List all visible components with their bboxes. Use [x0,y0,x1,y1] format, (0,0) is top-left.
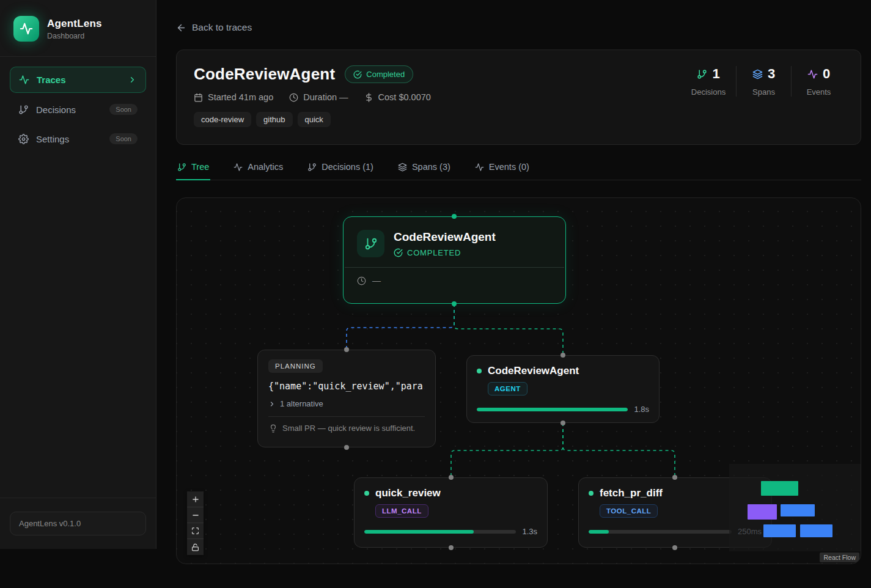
span-type-badge: LLM_CALL [375,504,428,518]
tab-spans[interactable]: Spans (3) [397,162,452,180]
gear-icon [18,134,29,144]
clock-icon [357,276,366,285]
fit-view-button[interactable] [187,523,204,539]
lock-toggle-button[interactable] [187,539,204,555]
sidebar-item-settings[interactable]: Settings Soon [10,126,146,152]
soon-badge: Soon [109,104,138,115]
soon-badge: Soon [109,133,138,144]
tab-tree[interactable]: Tree [176,162,210,180]
handle-llm-top [449,475,454,480]
node-title: quick_review [375,487,441,499]
tag: github [256,112,292,127]
status-dot [364,491,369,496]
check-circle-icon [353,70,362,79]
activity-icon [19,75,29,85]
sidebar-item-traces[interactable]: Traces [10,67,146,93]
git-branch-icon [307,163,317,172]
back-to-traces-link[interactable]: Back to traces [176,22,252,33]
alternatives-toggle[interactable]: 1 alternative [268,399,425,408]
tab-label: Analytics [248,162,283,172]
node-status: COMPLETED [407,248,461,257]
brand-name: AgentLens [47,18,102,30]
node-title: fetch_pr_diff [600,487,663,499]
chevron-right-icon [128,75,137,84]
plus-icon [191,495,200,504]
minimap-node-llm [763,524,796,537]
git-branch-icon [697,69,707,79]
git-branch-icon [357,230,384,257]
check-circle-icon [394,248,403,257]
decision-type-badge: PLANNING [268,359,323,373]
tab-analytics[interactable]: Analytics [232,162,284,180]
node-root-agent[interactable]: CodeReviewAgent COMPLETED — [343,216,566,304]
node-span-agent[interactable]: CodeReviewAgent AGENT 1.8s [466,355,660,423]
handle-tool-top [672,475,677,480]
alternatives-label: 1 alternative [280,399,323,408]
zoom-out-button[interactable] [187,507,204,523]
sidebar-item-label: Settings [36,134,69,144]
cost-label: Cost $0.0070 [378,92,431,102]
handle-decision-top [344,347,349,352]
tab-decisions[interactable]: Decisions (1) [306,162,375,180]
edge-root-to-agent [454,304,563,355]
node-span-llm[interactable]: quick_review LLM_CALL 1.3s [354,477,548,548]
stat-spans: 3 Spans [736,66,791,97]
minimap-node-agent [781,504,815,516]
node-duration: — [372,276,381,285]
layers-icon [398,163,407,172]
duration-label: 1.3s [522,527,537,536]
trace-title: CodeReviewAgent [194,65,335,84]
app-logo [13,16,39,42]
status-badge: Completed [345,65,413,83]
stat-value: 0 [823,66,830,82]
tab-label: Tree [191,162,209,172]
layers-icon [752,69,763,79]
node-title: CodeReviewAgent [488,365,579,377]
stat-value: 1 [712,66,719,82]
minus-icon [191,511,200,520]
flow-canvas[interactable]: CodeReviewAgent COMPLETED — [176,197,861,564]
clock-icon [289,93,298,102]
stat-label: Decisions [681,87,736,97]
started-meta: Started 41m ago [194,92,273,102]
main-content: Back to traces CodeReviewAgent Completed [156,0,871,564]
zoom-in-button[interactable] [187,491,204,507]
activity-icon [807,69,818,79]
decision-code: {"name":"quick_review","para... [268,381,425,392]
tab-label: Events (0) [489,162,529,172]
app-version: AgentLens v0.1.0 [10,512,146,535]
handle-agent-top [560,353,565,358]
node-title: CodeReviewAgent [394,230,496,244]
maximize-icon [191,527,199,535]
span-type-badge: AGENT [488,382,527,395]
duration-bar-fill [477,408,628,411]
sidebar-nav: Traces Decisions Soon Settings Soon [0,57,156,165]
tab-events[interactable]: Events (0) [474,162,531,180]
react-flow-attribution[interactable]: React Flow [820,553,859,562]
handle-root-top [452,214,457,219]
edge-root-to-decision [347,304,454,350]
brand: AgentLens Dashboard [0,0,156,57]
dollar-icon [364,93,373,102]
sidebar-item-decisions[interactable]: Decisions Soon [10,97,146,122]
duration-meta: Duration — [289,92,348,102]
trace-stats: 1 Decisions 3 Spans [681,66,846,97]
app-root: AgentLens Dashboard Traces Decisions Soo… [0,0,871,588]
node-decision-planning[interactable]: PLANNING {"name":"quick_review","para...… [257,350,436,447]
activity-icon [20,22,33,35]
duration-bar [364,530,516,534]
status-label: Completed [366,70,405,79]
minimap-node-root [761,481,798,496]
flow-minimap[interactable] [729,464,861,551]
duration-bar [589,530,732,534]
arrow-left-icon [176,23,186,33]
cost-meta: Cost $0.0070 [364,92,431,102]
duration-bar [477,408,628,411]
calendar-icon [194,93,203,102]
git-branch-icon [177,163,186,172]
status-dot [477,369,482,373]
edge-agent-to-tool [563,423,675,477]
duration-bar-fill [589,530,609,534]
minimap-node-tool [800,524,832,537]
chevron-right-icon [268,400,276,408]
